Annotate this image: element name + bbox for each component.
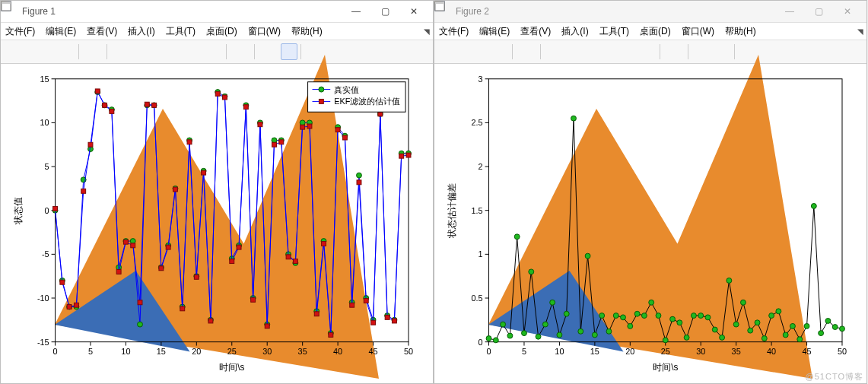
svg-rect-159 xyxy=(335,128,340,132)
svg-point-261 xyxy=(599,313,605,319)
svg-text:30: 30 xyxy=(262,347,272,356)
svg-point-250 xyxy=(522,331,527,336)
svg-rect-154 xyxy=(300,125,305,129)
svg-text:5: 5 xyxy=(45,162,49,171)
svg-rect-164 xyxy=(371,320,376,325)
svg-rect-206 xyxy=(489,79,842,342)
svg-point-264 xyxy=(621,315,626,320)
watermark: @51CTO博客 xyxy=(806,371,863,382)
svg-point-263 xyxy=(613,313,618,319)
svg-text:时间\s: 时间\s xyxy=(219,362,244,373)
svg-rect-169 xyxy=(406,153,411,157)
figure-window-1: Figure 1 — ▢ ✕ 文件(F) 编辑(E) 查看(V) 插入(I) 工… xyxy=(0,0,434,384)
svg-rect-140 xyxy=(202,170,206,175)
svg-point-288 xyxy=(790,323,796,328)
svg-rect-129 xyxy=(123,240,128,244)
svg-rect-167 xyxy=(392,319,396,323)
svg-rect-149 xyxy=(265,324,269,328)
svg-rect-143 xyxy=(223,95,227,100)
svg-text:15: 15 xyxy=(157,347,166,356)
svg-rect-147 xyxy=(251,297,256,302)
svg-rect-28 xyxy=(2,2,11,4)
svg-rect-141 xyxy=(208,319,213,323)
svg-rect-130 xyxy=(131,243,135,248)
svg-text:20: 20 xyxy=(625,347,634,356)
svg-text:0.5: 0.5 xyxy=(472,294,483,303)
svg-rect-162 xyxy=(357,180,361,185)
svg-text:2: 2 xyxy=(479,162,483,171)
svg-text:状态估计偏差: 状态估计偏差 xyxy=(447,183,457,239)
svg-rect-156 xyxy=(314,312,319,316)
svg-point-259 xyxy=(585,253,590,259)
svg-rect-155 xyxy=(307,124,312,129)
svg-text:1.5: 1.5 xyxy=(472,206,483,215)
svg-rect-161 xyxy=(350,303,355,307)
svg-text:0: 0 xyxy=(45,206,49,215)
svg-point-280 xyxy=(733,322,739,327)
svg-rect-125 xyxy=(95,89,100,94)
svg-rect-142 xyxy=(215,91,220,96)
svg-rect-205 xyxy=(435,2,444,4)
svg-point-287 xyxy=(783,332,788,338)
svg-point-271 xyxy=(670,316,676,322)
svg-rect-123 xyxy=(81,189,86,193)
svg-point-275 xyxy=(698,313,704,319)
svg-point-282 xyxy=(748,328,753,333)
axes-1[interactable]: 05101520253035404550-15-10-5051015时间\s状态… xyxy=(1,64,433,383)
svg-point-289 xyxy=(797,337,803,342)
svg-text:30: 30 xyxy=(696,347,705,356)
svg-point-255 xyxy=(557,332,562,338)
svg-text:15: 15 xyxy=(590,347,599,356)
svg-rect-151 xyxy=(279,140,284,144)
svg-point-251 xyxy=(529,269,534,275)
svg-text:15: 15 xyxy=(40,75,49,84)
svg-rect-157 xyxy=(322,242,326,246)
svg-rect-145 xyxy=(237,245,241,249)
svg-point-267 xyxy=(641,313,647,319)
svg-point-269 xyxy=(656,313,661,319)
svg-point-246 xyxy=(493,338,498,343)
svg-rect-160 xyxy=(342,135,347,140)
svg-rect-121 xyxy=(67,305,72,309)
svg-text:25: 25 xyxy=(661,347,670,356)
svg-text:0: 0 xyxy=(53,347,58,356)
svg-point-256 xyxy=(564,311,569,316)
svg-point-270 xyxy=(663,338,668,343)
svg-point-248 xyxy=(507,333,513,338)
svg-text:0: 0 xyxy=(479,338,483,347)
svg-rect-165 xyxy=(378,112,383,116)
svg-text:35: 35 xyxy=(298,347,307,356)
svg-rect-153 xyxy=(293,259,297,264)
svg-text:5: 5 xyxy=(88,347,93,356)
titlebar[interactable]: Figure 1 — ▢ ✕ xyxy=(1,1,433,23)
svg-point-286 xyxy=(776,309,781,314)
svg-text:真实值: 真实值 xyxy=(334,85,359,94)
svg-text:2.5: 2.5 xyxy=(472,118,483,127)
svg-rect-133 xyxy=(152,103,157,107)
svg-rect-137 xyxy=(180,306,185,311)
svg-text:50: 50 xyxy=(838,347,847,356)
svg-rect-128 xyxy=(116,269,121,274)
svg-point-272 xyxy=(677,320,682,325)
svg-point-260 xyxy=(592,332,597,338)
svg-rect-138 xyxy=(187,140,192,144)
svg-rect-166 xyxy=(385,315,389,319)
svg-point-258 xyxy=(578,328,583,334)
svg-point-292 xyxy=(819,331,824,336)
svg-rect-168 xyxy=(399,154,404,158)
svg-point-273 xyxy=(684,335,689,340)
svg-rect-126 xyxy=(103,103,107,107)
titlebar[interactable]: Figure 2 — ▢ ✕ xyxy=(434,1,866,23)
svg-rect-158 xyxy=(329,332,333,337)
axes-2[interactable]: 0510152025303540455000.511.522.53时间\s状态估… xyxy=(434,64,866,383)
svg-point-291 xyxy=(811,203,816,208)
svg-rect-122 xyxy=(74,303,78,307)
svg-rect-119 xyxy=(53,206,58,211)
svg-text:45: 45 xyxy=(803,347,812,356)
svg-point-111 xyxy=(357,173,362,178)
svg-point-268 xyxy=(649,300,654,305)
svg-point-276 xyxy=(705,315,711,320)
svg-text:-15: -15 xyxy=(37,338,49,347)
figure-window-2: Figure 2 — ▢ ✕ 文件(F) 编辑(E) 查看(V) 插入(I) 工… xyxy=(434,0,867,384)
svg-point-274 xyxy=(691,313,696,319)
